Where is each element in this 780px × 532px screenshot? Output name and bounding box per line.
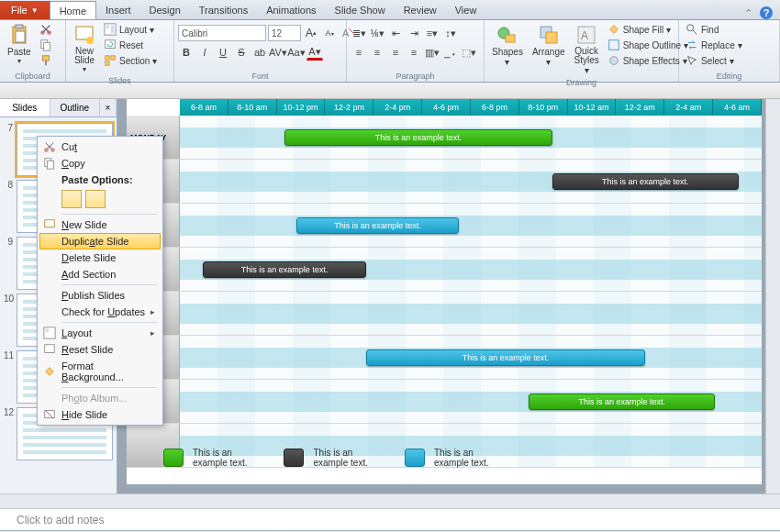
quick-styles-button[interactable]: AQuick Styles▾ (571, 22, 603, 77)
ctx-cut[interactable]: Cut (39, 139, 161, 155)
slide[interactable]: 6-8 am8-10 am10-12 pm12-2 pm2-4 pm4-6 pm… (127, 99, 762, 484)
tab-review[interactable]: Review (395, 1, 446, 19)
schedule-bar[interactable]: This is an example text. (203, 261, 366, 278)
reset-button[interactable]: Reset (101, 38, 160, 52)
ctx-duplicate-slide[interactable]: Duplicate Slide (39, 233, 161, 249)
bold-button[interactable]: B (178, 44, 195, 61)
schedule-bar[interactable]: This is an example text. (284, 129, 552, 146)
select-button[interactable]: Select ▾ (683, 53, 745, 68)
schedule-bar[interactable]: This is an example text. (366, 349, 645, 366)
font-size-select[interactable] (268, 25, 301, 41)
smartart-button[interactable]: ⬚▾ (461, 44, 477, 61)
file-tab[interactable]: File▼ (0, 1, 50, 19)
schedule-bar[interactable]: This is an example text. (552, 173, 739, 190)
align-left-button[interactable]: ≡ (351, 44, 367, 61)
text-direction-button[interactable]: ↕▾ (442, 25, 459, 41)
ctx-add-section[interactable]: Add Section (39, 266, 161, 283)
tab-home[interactable]: Home (50, 1, 96, 19)
arrange-icon (538, 24, 560, 46)
tab-view[interactable]: View (446, 1, 486, 19)
ctx-new-slide[interactable]: New Slide (39, 216, 161, 233)
font-color-button[interactable]: A▾ (306, 44, 323, 61)
minimize-ribbon-icon[interactable]: ⌃ (741, 6, 754, 19)
vertical-scrollbar[interactable] (765, 99, 780, 493)
svg-rect-22 (546, 32, 557, 43)
replace-button[interactable]: Replace ▾ (683, 38, 745, 52)
justify-button[interactable]: ≡ (406, 44, 422, 61)
underline-button[interactable]: U (215, 44, 231, 61)
arrange-button[interactable]: Arrange▾ (529, 22, 569, 69)
svg-rect-34 (46, 329, 50, 333)
columns-button[interactable]: ▥▾ (424, 44, 440, 61)
horizontal-scrollbar[interactable] (0, 493, 780, 508)
ctx-reset-slide[interactable]: Reset Slide (39, 341, 161, 358)
paste-button[interactable]: Paste▾ (4, 22, 35, 67)
bullets-button[interactable]: ≣▾ (351, 25, 367, 41)
shape-fill-button[interactable]: Shape Fill ▾ (605, 22, 691, 37)
tab-animations[interactable]: Animations (257, 1, 325, 19)
schedule-bar[interactable]: This is an example text. (529, 393, 715, 410)
reset-icon (104, 39, 117, 51)
italic-button[interactable]: I (196, 44, 213, 61)
svg-rect-17 (106, 61, 109, 65)
tab-transitions[interactable]: Transitions (190, 1, 257, 19)
ctx-paste-picture[interactable] (85, 190, 106, 208)
find-button[interactable]: Find (683, 22, 745, 37)
layout-icon (104, 23, 117, 36)
ctx-paste-theme[interactable] (61, 190, 82, 208)
layout-button[interactable]: Layout ▾ (101, 22, 160, 37)
schedule-bar[interactable]: This is an example text. (296, 217, 460, 234)
group-slides: New Slide▾ Layout ▾ Reset Section ▾ Slid… (66, 20, 174, 82)
shapes-button[interactable]: Shapes▾ (488, 22, 527, 69)
cut-button[interactable] (37, 22, 55, 37)
ctx-paste-options (39, 188, 161, 212)
new-slide-button[interactable]: New Slide▾ (70, 22, 99, 75)
inc-indent-button[interactable]: ⇥ (406, 25, 422, 41)
close-panel-button[interactable]: × (100, 99, 117, 116)
shadow-button[interactable]: ab (251, 44, 268, 61)
layout-icon (43, 327, 56, 339)
shrink-font-button[interactable]: A▾ (321, 25, 338, 41)
section-button[interactable]: Section ▾ (101, 53, 160, 68)
ctx-hide-slide[interactable]: Hide Slide (39, 406, 161, 423)
ctx-check-updates[interactable]: Check for Updates (39, 304, 161, 320)
effects-icon (607, 54, 620, 67)
tab-slides[interactable]: Slides (0, 99, 50, 116)
svg-rect-1 (16, 25, 23, 28)
legend-item: This is an example text. (284, 448, 367, 468)
ctx-copy[interactable]: Copy (39, 155, 161, 172)
dec-indent-button[interactable]: ⇤ (387, 25, 404, 41)
ribbon-tab-bar: File▼ HomeInsertDesignTransitionsAnimati… (0, 0, 780, 20)
align-center-button[interactable]: ≡ (369, 44, 385, 61)
format-painter-button[interactable] (37, 53, 55, 68)
grow-font-button[interactable]: A▴ (303, 25, 319, 41)
char-spacing-button[interactable]: AV▾ (270, 44, 286, 61)
copy-button[interactable] (37, 38, 55, 52)
align-text-button[interactable]: ⎯▾ (442, 44, 459, 61)
tab-slide-show[interactable]: Slide Show (326, 1, 395, 19)
tab-insert[interactable]: Insert (96, 1, 140, 19)
svg-text:A: A (581, 29, 588, 42)
scissors-icon (43, 140, 56, 153)
help-icon[interactable]: ? (760, 6, 773, 19)
strike-button[interactable]: S (233, 44, 250, 61)
shape-effects-button[interactable]: Shape Effects ▾ (605, 53, 691, 68)
tab-design[interactable]: Design (140, 1, 190, 19)
ctx-format-background[interactable]: Format Background... (39, 358, 161, 385)
numbering-button[interactable]: ⅛▾ (369, 25, 385, 41)
ctx-layout[interactable]: Layout (39, 325, 161, 341)
time-header-cell: 8-10 am (228, 99, 277, 116)
line-spacing-button[interactable]: ≡▾ (424, 25, 440, 41)
svg-point-10 (86, 37, 94, 44)
group-label-paragraph: Paragraph (351, 71, 480, 82)
align-right-button[interactable]: ≡ (387, 44, 404, 61)
notes-pane[interactable]: Click to add notes (0, 508, 780, 530)
shape-outline-button[interactable]: Shape Outline ▾ (605, 38, 691, 52)
ctx-publish-slides[interactable]: Publish Slides (39, 287, 161, 304)
day-row: YThis is an example text. (127, 380, 762, 424)
change-case-button[interactable]: Aa▾ (288, 44, 305, 61)
ctx-delete-slide[interactable]: Delete Slide (39, 249, 161, 266)
tab-outline[interactable]: Outline (50, 99, 101, 116)
slide-context-menu: Cut Copy Paste Options: New Slide Duplic… (37, 136, 163, 426)
font-name-select[interactable] (178, 25, 266, 41)
